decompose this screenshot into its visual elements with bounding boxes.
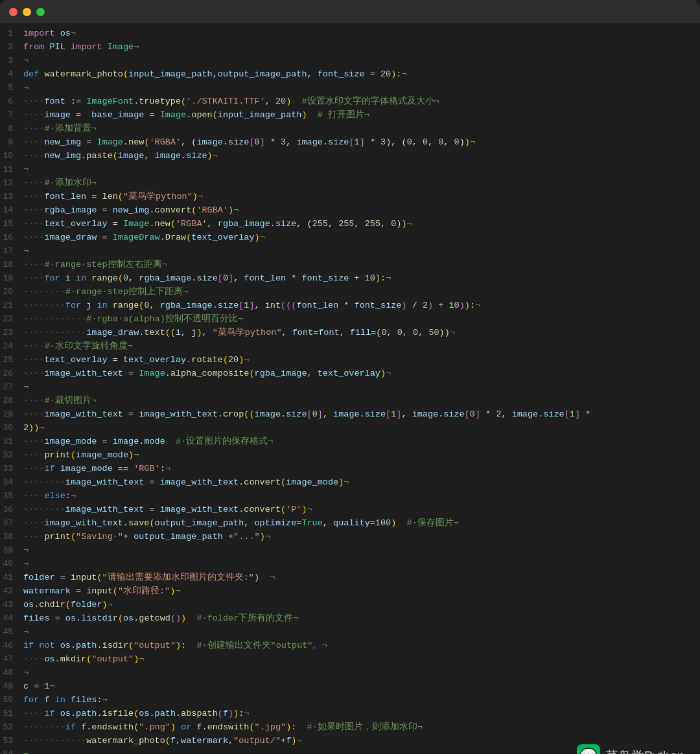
line-number: 16 [0,231,23,244]
line-number: 46 [0,639,23,652]
line-number: 42 [0,585,23,598]
code-line: 46if not os.path.isdir("output"): #·创建输出… [0,639,700,653]
code-line: 9····new_img = Image.new('RGBA', (image.… [0,136,700,150]
code-content: ····image_draw = ImageDraw.Draw(text_ove… [23,231,700,245]
close-button[interactable] [9,8,18,16]
code-line: 38····print("Saving·"+ output_image_path… [0,531,700,544]
code-content: ········if f.endswith(".png") or f.endsw… [23,721,700,735]
code-content: ¬ [23,381,700,394]
watermark-badge: 💬 菜鸟学Python [577,744,684,754]
code-line: 43os.chdir(folder)¬ [0,599,700,612]
code-line: 41folder = input("请输出需要添加水印图片的文件夹:") ¬ [0,571,700,585]
code-content: ····new_img.paste(image, image.size)¬ [23,150,700,163]
code-line: 16····image_draw = ImageDraw.Draw(text_o… [0,231,700,245]
line-number: 30 [0,422,23,435]
code-line: 32····print(image_mode)¬ [0,449,700,463]
minimize-button[interactable] [23,8,31,16]
line-number: 36 [0,503,23,516]
code-line: 50for f in files:¬ [0,694,700,707]
maximize-button[interactable] [36,8,45,16]
code-editor[interactable]: 1import os¬2from PIL import Image¬3¬4def… [0,23,700,754]
code-line: 27¬ [0,381,700,394]
code-line: 23············image_draw.text((i, j), "菜… [0,326,700,340]
code-content: ········image_with_text = image_with_tex… [23,476,700,490]
code-line: 24····#·水印文字旋转角度¬ [0,340,700,354]
code-content: def watermark_photo(input_image_path,out… [23,68,700,82]
code-content: ····os.mkdir("output")¬ [23,653,700,667]
line-number: 20 [0,286,23,299]
code-content: ····image_with_text = image_with_text.cr… [23,408,700,422]
line-number: 43 [0,599,23,611]
code-line: 44files = os.listdir(os.getcwd()) #·fold… [0,612,700,626]
line-number: 50 [0,694,23,707]
line-number: 52 [0,721,23,734]
code-line: 11¬ [0,163,700,177]
line-number: 45 [0,626,23,639]
code-line: 42watermark = input("水印路径:")¬ [0,585,700,599]
code-content: ····image_mode = image.mode #·设置图片的保存格式¬ [23,435,700,449]
line-number: 4 [0,68,23,81]
line-number: 17 [0,245,23,258]
line-number: 5 [0,82,23,95]
titlebar [0,0,700,23]
code-line: 25····text_overlay = text_overlay.rotate… [0,354,700,367]
line-number: 35 [0,490,23,503]
line-number: 1 [0,27,23,40]
code-content: files = os.listdir(os.getcwd()) #·folder… [23,612,700,626]
code-content: for f in files:¬ [23,694,700,707]
line-number: 11 [0,163,23,176]
code-content: ····text_overlay = Image.new('RGBA', rgb… [23,218,700,231]
code-content: ¬ [23,245,700,258]
line-number: 23 [0,326,23,339]
code-content: ····#·裁切图片¬ [23,394,700,408]
code-line: 52········if f.endswith(".png") or f.end… [0,721,700,735]
code-content: ········image_with_text = image_with_tex… [23,503,700,517]
code-content: ····image_with_text = Image.alpha_compos… [23,367,700,381]
code-line: 10····new_img.paste(image, image.size)¬ [0,150,700,163]
line-number: 13 [0,190,23,203]
line-number: 24 [0,340,23,353]
code-line: 39¬ [0,544,700,558]
code-line: 49c = 1¬ [0,680,700,694]
code-line: 40¬ [0,558,700,571]
code-content: ····text_overlay = text_overlay.rotate(2… [23,354,700,367]
code-content: c = 1¬ [23,680,700,694]
line-number: 38 [0,531,23,543]
line-number: 39 [0,544,23,557]
code-content: os.chdir(folder)¬ [23,599,700,612]
code-line: 302))¬ [0,422,700,435]
code-line: 13····font_len = len("菜鸟学python")¬ [0,190,700,204]
line-number: 54 [0,748,23,754]
line-number: 49 [0,680,23,693]
code-content: ····#·添加水印¬ [23,177,700,190]
code-content: ····for i in range(0, rgba_image.size[0]… [23,272,700,286]
line-number: 29 [0,408,23,421]
code-line: 22············#·rgba·a(alpha)控制不透明百分比¬ [0,313,700,326]
line-number: 31 [0,435,23,448]
code-content: ¬ [23,626,700,639]
line-number: 14 [0,204,23,217]
watermark-text: 菜鸟学Python [605,746,684,755]
line-number: 47 [0,653,23,666]
line-number: 18 [0,258,23,271]
code-line: 36········image_with_text = image_with_t… [0,503,700,517]
code-content: watermark = input("水印路径:")¬ [23,585,700,599]
code-content: ····image = base_image = Image.open(inpu… [23,109,700,122]
code-content: ····print(image_mode)¬ [23,449,700,463]
code-line: 12····#·添加水印¬ [0,177,700,190]
line-number: 40 [0,558,23,571]
code-content: folder = input("请输出需要添加水印图片的文件夹:") ¬ [23,571,700,585]
code-line: 7····image = base_image = Image.open(inp… [0,109,700,122]
code-content: ····#·添加背景¬ [23,122,700,136]
code-line: 4def watermark_photo(input_image_path,ou… [0,68,700,82]
code-line: 51····if os.path.isfile(os.path.abspath(… [0,707,700,721]
code-line: 29····image_with_text = image_with_text.… [0,408,700,422]
line-number: 8 [0,122,23,135]
code-content: ····print("Saving·"+ output_image_path +… [23,531,700,544]
code-content: ············#·rgba·a(alpha)控制不透明百分比¬ [23,313,700,326]
code-content: ····#·水印文字旋转角度¬ [23,340,700,354]
code-content: ¬ [23,54,700,68]
line-number: 22 [0,313,23,326]
code-content: ····rgba_image = new_img.convert('RGBA')… [23,204,700,218]
line-number: 15 [0,218,23,231]
